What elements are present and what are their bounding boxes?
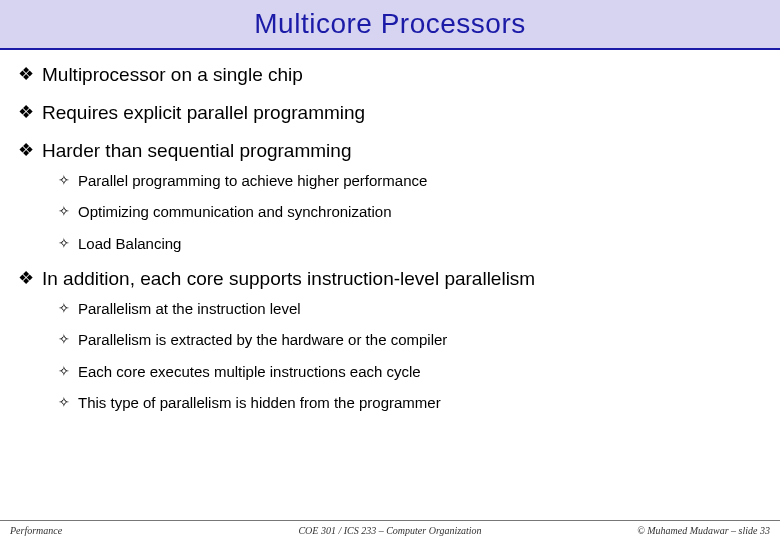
subbullet-text: Load Balancing xyxy=(78,235,181,252)
footer: Performance COE 301 / ICS 233 – Computer… xyxy=(0,520,780,540)
cross-bullet-icon: ✧ xyxy=(58,331,70,349)
bullet-l2: ✧ Optimizing communication and synchroni… xyxy=(58,203,762,221)
footer-right: © Muhamed Mudawar – slide 33 xyxy=(559,525,780,536)
bullet-text: In addition, each core supports instruct… xyxy=(42,268,535,290)
cross-bullet-icon: ✧ xyxy=(58,203,70,221)
subbullet-text: This type of parallelism is hidden from … xyxy=(78,394,441,411)
subbullet-text: Parallelism is extracted by the hardware… xyxy=(78,331,447,348)
cross-bullet-icon: ✧ xyxy=(58,394,70,412)
footer-left: Performance xyxy=(0,525,221,536)
footer-center: COE 301 / ICS 233 – Computer Organizatio… xyxy=(221,525,559,536)
bullet-l2: ✧ Parallel programming to achieve higher… xyxy=(58,172,762,190)
sublist: ✧ Parallelism at the instruction level ✧… xyxy=(18,300,762,412)
subbullet-text: Optimizing communication and synchroniza… xyxy=(78,203,391,220)
bullet-l2: ✧ Parallelism is extracted by the hardwa… xyxy=(58,331,762,349)
cross-bullet-icon: ✧ xyxy=(58,363,70,381)
diamond-bullet-icon: ❖ xyxy=(18,140,34,162)
subbullet-text: Parallelism at the instruction level xyxy=(78,300,301,317)
bullet-l2: ✧ Each core executes multiple instructio… xyxy=(58,363,762,381)
cross-bullet-icon: ✧ xyxy=(58,235,70,253)
bullet-l1: ❖ Harder than sequential programming xyxy=(18,140,762,162)
content-area: ❖ Multiprocessor on a single chip ❖ Requ… xyxy=(0,50,780,412)
bullet-text: Requires explicit parallel programming xyxy=(42,102,365,124)
bullet-l2: ✧ Parallelism at the instruction level xyxy=(58,300,762,318)
diamond-bullet-icon: ❖ xyxy=(18,268,34,290)
cross-bullet-icon: ✧ xyxy=(58,172,70,190)
diamond-bullet-icon: ❖ xyxy=(18,64,34,86)
bullet-l1: ❖ In addition, each core supports instru… xyxy=(18,268,762,290)
bullet-l1: ❖ Requires explicit parallel programming xyxy=(18,102,762,124)
diamond-bullet-icon: ❖ xyxy=(18,102,34,124)
slide: Multicore Processors ❖ Multiprocessor on… xyxy=(0,0,780,540)
subbullet-text: Each core executes multiple instructions… xyxy=(78,363,421,380)
bullet-l2: ✧ Load Balancing xyxy=(58,235,762,253)
slide-title: Multicore Processors xyxy=(254,8,525,40)
title-band: Multicore Processors xyxy=(0,0,780,50)
bullet-text: Harder than sequential programming xyxy=(42,140,351,162)
bullet-l2: ✧ This type of parallelism is hidden fro… xyxy=(58,394,762,412)
cross-bullet-icon: ✧ xyxy=(58,300,70,318)
bullet-l1: ❖ Multiprocessor on a single chip xyxy=(18,64,762,86)
sublist: ✧ Parallel programming to achieve higher… xyxy=(18,172,762,253)
subbullet-text: Parallel programming to achieve higher p… xyxy=(78,172,427,189)
bullet-text: Multiprocessor on a single chip xyxy=(42,64,303,86)
